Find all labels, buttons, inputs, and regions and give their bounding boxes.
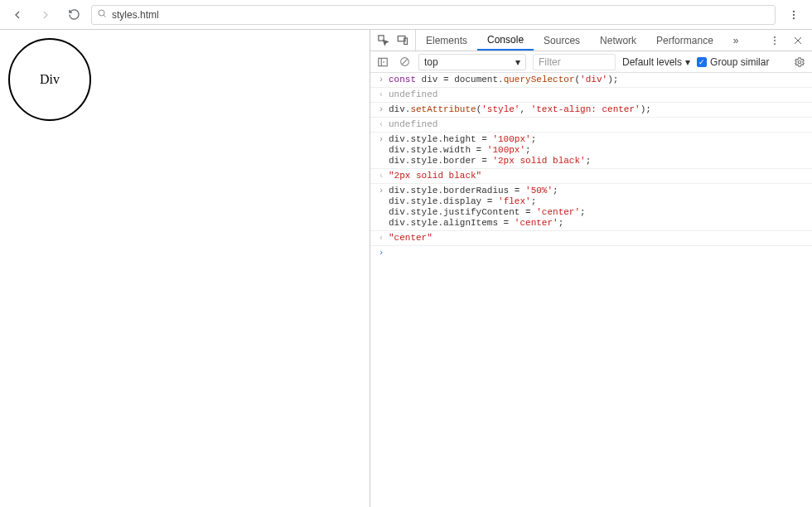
svg-point-3: [793, 13, 795, 15]
tab-performance[interactable]: Performance: [646, 30, 723, 51]
svg-point-10: [774, 42, 776, 44]
tabs-overflow-button[interactable]: »: [723, 30, 749, 51]
console-entry-result: ‹"2px solid black": [370, 169, 812, 184]
inspect-element-icon[interactable]: [375, 33, 390, 48]
console-entry-body: div.style.height = '100px'; div.style.wi…: [387, 134, 591, 167]
console-entry-body: div.style.borderRadius = '50%'; div.styl…: [387, 186, 586, 229]
console-entry-body: div.setAttribute('style', 'text-align: c…: [387, 104, 651, 115]
sidebar-toggle-icon[interactable]: [375, 55, 390, 70]
console-entry-input: ›div.style.borderRadius = '50%'; div.sty…: [370, 184, 812, 231]
context-selector[interactable]: top ▾: [418, 54, 526, 70]
console-entry-body: undefined: [387, 89, 437, 100]
svg-point-17: [798, 60, 801, 64]
device-toolbar-icon[interactable]: [395, 33, 410, 48]
address-bar[interactable]: styles.html: [91, 5, 776, 25]
console-entry-result: ‹undefined: [370, 118, 812, 133]
console-entry-body: undefined: [387, 119, 437, 130]
tab-console[interactable]: Console: [477, 30, 534, 51]
svg-line-16: [402, 59, 408, 65]
tab-sources[interactable]: Sources: [534, 30, 590, 51]
input-marker-icon: ›: [375, 104, 387, 115]
result-marker-icon: ‹: [375, 89, 387, 100]
tab-network[interactable]: Network: [590, 30, 646, 51]
svg-point-8: [774, 36, 776, 37]
prompt-marker-icon: ›: [375, 248, 387, 258]
checkbox-checked-icon: ✓: [697, 57, 707, 67]
devtools-tabstrip: ElementsConsoleSourcesNetworkPerformance…: [370, 30, 812, 51]
browser-toolbar: styles.html: [0, 0, 812, 30]
console-entry-input: ›const div = document.querySelector('div…: [370, 73, 812, 88]
chevron-down-icon: ▾: [515, 56, 520, 68]
console-entry-body: const div = document.querySelector('div'…: [387, 75, 618, 85]
result-marker-icon: ‹: [375, 119, 387, 130]
input-marker-icon: ›: [375, 134, 387, 145]
browser-menu-button[interactable]: [782, 3, 805, 27]
console-entry-input: ›div.style.height = '100px'; div.style.w…: [370, 133, 812, 169]
console-log[interactable]: ›const div = document.querySelector('div…: [370, 73, 812, 507]
input-marker-icon: ›: [375, 186, 387, 196]
result-marker-icon: ‹: [375, 233, 387, 244]
group-similar-toggle[interactable]: ✓ Group similar: [697, 56, 769, 68]
group-similar-label: Group similar: [710, 56, 769, 68]
forward-button[interactable]: [35, 4, 56, 26]
console-entry-result: ‹undefined: [370, 88, 812, 103]
page-viewport: Div: [0, 30, 370, 507]
console-entry-body: "2px solid black": [387, 171, 481, 181]
svg-point-2: [793, 10, 795, 12]
svg-line-1: [104, 15, 105, 17]
log-levels-label: Default levels: [622, 56, 682, 68]
devtools-menu-button[interactable]: [767, 33, 782, 48]
back-button[interactable]: [7, 4, 28, 26]
overflow-glyph: »: [733, 35, 739, 46]
log-levels-selector[interactable]: Default levels ▾: [622, 56, 690, 68]
reload-button[interactable]: [63, 4, 85, 26]
console-entry-input: ›div.setAttribute('style', 'text-align: …: [370, 103, 812, 118]
console-entry-prompt[interactable]: ›: [370, 246, 812, 260]
page-circle-div-text: Div: [40, 72, 60, 87]
console-entry-result: ‹"center": [370, 231, 812, 246]
clear-console-icon[interactable]: [397, 55, 412, 70]
input-marker-icon: ›: [375, 75, 387, 85]
context-selector-label: top: [424, 56, 438, 68]
devtools-close-button[interactable]: [790, 33, 805, 48]
console-entry-body: "center": [387, 233, 433, 244]
svg-point-0: [99, 10, 104, 16]
console-filter-input[interactable]: Filter: [533, 54, 616, 70]
svg-point-4: [793, 17, 795, 18]
tab-elements[interactable]: Elements: [416, 30, 477, 51]
result-marker-icon: ‹: [375, 171, 387, 181]
console-filter-placeholder: Filter: [539, 56, 561, 68]
search-icon: [97, 8, 107, 21]
console-settings-icon[interactable]: [792, 55, 807, 70]
svg-rect-13: [379, 58, 388, 65]
page-circle-div: Div: [8, 38, 91, 121]
devtools-panel: ElementsConsoleSourcesNetworkPerformance…: [370, 30, 812, 507]
console-toolbar: top ▾ Filter Default levels ▾ ✓ Group si…: [370, 51, 812, 73]
svg-point-9: [774, 39, 776, 41]
address-bar-text: styles.html: [112, 9, 159, 21]
chevron-down-icon: ▾: [685, 56, 690, 68]
